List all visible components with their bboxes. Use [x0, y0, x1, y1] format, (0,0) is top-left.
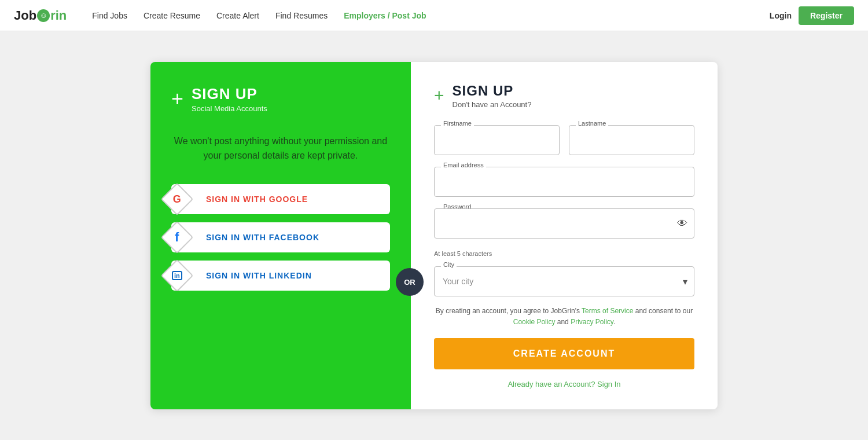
terms-pre: By creating an account, you agree to Job… [436, 307, 582, 315]
register-button[interactable]: Register [799, 6, 854, 25]
terms-and: and consent to our [633, 307, 693, 315]
panel-title-heading: SIGN UP [192, 85, 267, 103]
or-bubble: OR [396, 268, 424, 296]
linkedin-btn-label: SIGN IN WITH LINKEDIN [206, 271, 312, 280]
facebook-btn-label: SIGN IN WITH FACEBOOK [206, 233, 319, 242]
google-icon-diamond: G [161, 183, 194, 216]
right-subtitle: Don't have an Account? [453, 100, 532, 109]
navbar: Job☺rin Find Jobs Create Resume Create A… [0, 0, 868, 31]
google-icon: G [173, 193, 181, 205]
cookie-policy-link[interactable]: Cookie Policy [513, 318, 556, 326]
city-label: City [441, 261, 457, 268]
lastname-group: Lastname [569, 125, 694, 155]
firstname-input[interactable] [434, 125, 560, 155]
city-select[interactable]: Your city [434, 266, 694, 296]
city-group: City Your city ▾ [434, 266, 694, 296]
navbar-left: Job☺rin Find Jobs Create Resume Create A… [14, 8, 426, 23]
right-title-heading: SIGN UP [453, 83, 532, 99]
navbar-right: Login Register [770, 6, 854, 25]
linkedin-icon: in [172, 271, 182, 280]
logo[interactable]: Job☺rin [14, 8, 67, 23]
panel-header: + SIGN UP Social Media Accounts [171, 85, 390, 113]
logo-grin-text: rin [50, 8, 67, 23]
email-input[interactable] [434, 167, 694, 197]
password-wrapper: 👁 [434, 208, 694, 239]
panel-subtitle: Social Media Accounts [192, 104, 267, 113]
right-panel: + SIGN UP Don't have an Account? Firstna… [411, 62, 718, 409]
facebook-signin-button[interactable]: f SIGN IN WITH FACEBOOK [171, 222, 390, 252]
facebook-icon-diamond: f [161, 221, 194, 254]
password-hint: At least 5 characters [434, 250, 694, 257]
firstname-group: Firstname [434, 125, 560, 155]
google-signin-button[interactable]: G SIGN IN WITH GOOGLE [171, 184, 390, 214]
password-group: Password 👁 [434, 208, 694, 239]
create-account-button[interactable]: CREATE ACCOUNT [434, 338, 694, 369]
terms-and2: and [555, 318, 571, 326]
nav-create-resume[interactable]: Create Resume [144, 11, 200, 20]
terms-of-service-link[interactable]: Terms of Service [582, 307, 633, 315]
eye-icon[interactable]: 👁 [677, 217, 687, 229]
terms-text: By creating an account, you agree to Job… [434, 306, 694, 328]
right-title: SIGN UP Don't have an Account? [453, 83, 532, 109]
left-panel: + SIGN UP Social Media Accounts We won't… [150, 62, 411, 409]
right-header: + SIGN UP Don't have an Account? [434, 83, 694, 109]
social-buttons: G SIGN IN WITH GOOGLE f SIGN IN WITH FAC… [171, 184, 390, 291]
password-input[interactable] [434, 208, 694, 239]
google-btn-label: SIGN IN WITH GOOGLE [206, 195, 308, 204]
nav-create-alert[interactable]: Create Alert [216, 11, 259, 20]
logo-job-text: Job [14, 8, 36, 23]
facebook-icon: f [175, 230, 179, 245]
firstname-label: Firstname [441, 120, 474, 127]
linkedin-icon-diamond: in [161, 259, 194, 292]
page-content: + SIGN UP Social Media Accounts We won't… [0, 31, 868, 440]
panel-description: We won't post anything without your perm… [171, 134, 390, 163]
right-plus-icon: + [434, 86, 444, 105]
signin-link[interactable]: Already have an Account? Sign In [434, 380, 694, 388]
nav-employers-post-job[interactable]: Employers / Post Job [344, 11, 426, 20]
nav-find-resumes[interactable]: Find Resumes [275, 11, 328, 20]
linkedin-signin-button[interactable]: in SIGN IN WITH LINKEDIN [171, 261, 390, 291]
terms-period: . [613, 318, 615, 326]
lastname-label: Lastname [576, 120, 608, 127]
nav-find-jobs[interactable]: Find Jobs [92, 11, 127, 20]
left-plus-icon: + [171, 89, 183, 109]
email-label: Email address [441, 162, 486, 168]
privacy-policy-link[interactable]: Privacy Policy [571, 318, 613, 326]
logo-face-icon: ☺ [37, 9, 50, 22]
login-link[interactable]: Login [770, 11, 792, 20]
name-row: Firstname Lastname [434, 125, 694, 155]
lastname-input[interactable] [569, 125, 694, 155]
signup-card: + SIGN UP Social Media Accounts We won't… [150, 62, 718, 409]
email-group: Email address [434, 167, 694, 197]
panel-title: SIGN UP Social Media Accounts [192, 85, 267, 113]
